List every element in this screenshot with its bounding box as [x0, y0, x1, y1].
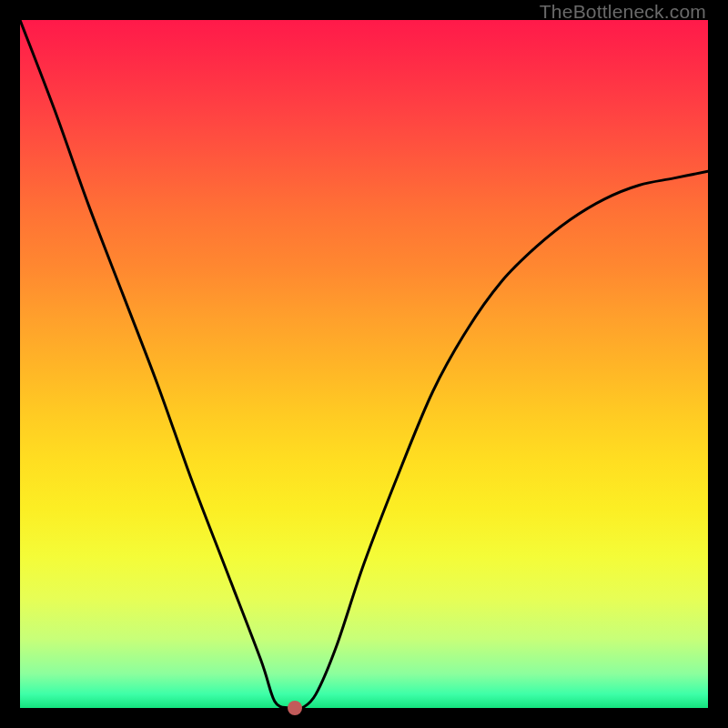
minimum-point — [288, 701, 302, 715]
plot-area — [20, 20, 708, 708]
chart-frame: TheBottleneck.com — [0, 0, 728, 728]
bottleneck-curve — [20, 20, 708, 708]
